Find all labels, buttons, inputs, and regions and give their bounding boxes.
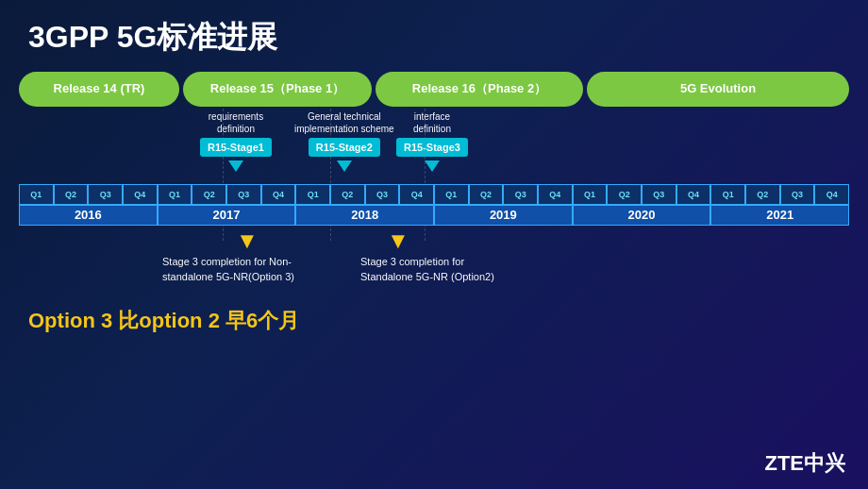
quarter-2018-Q3: Q3 [365, 184, 400, 205]
quarter-2021-Q2: Q2 [745, 184, 780, 205]
quarter-2018-Q1: Q1 [295, 184, 330, 205]
year-label-2019: 2019 [434, 205, 573, 226]
year-label-2020: 2020 [573, 205, 711, 226]
stage3-annotation: interfacedefinition R15-Stage3 [396, 110, 468, 172]
quarter-2016-Q3: Q3 [88, 184, 123, 205]
phases-row: Release 14 (TR) Release 15（Phase 1） Rele… [0, 72, 868, 107]
quarter-2016-Q1: Q1 [19, 184, 54, 205]
quarter-2018-Q2: Q2 [330, 184, 365, 205]
quarter-2020-Q4: Q4 [676, 184, 711, 205]
year-label-2018: 2018 [295, 205, 434, 226]
quarter-2020-Q3: Q3 [642, 184, 676, 205]
phase-r14: Release 14 (TR) [19, 72, 179, 107]
year-label-2021: 2021 [710, 205, 849, 226]
quarter-2019-Q1: Q1 [434, 184, 469, 205]
year-label-2016: 2016 [19, 205, 158, 226]
phase-5g: 5G Evolution [587, 72, 849, 107]
quarter-2016-Q2: Q2 [54, 184, 89, 205]
year-block-2021: Q1Q2Q3Q42021 [710, 184, 849, 226]
yellow-arrow-2: ▼ [387, 228, 409, 254]
year-block-2020: Q1Q2Q3Q42020 [573, 184, 711, 226]
quarter-2018-Q4: Q4 [399, 184, 434, 205]
zte-logo: ZTE中兴 [764, 449, 845, 478]
year-block-2018: Q1Q2Q3Q42018 [295, 184, 434, 226]
quarter-2020-Q1: Q1 [573, 184, 608, 205]
quarter-2017-Q4: Q4 [261, 184, 296, 205]
quarter-2020-Q2: Q2 [607, 184, 642, 205]
quarter-2017-Q1: Q1 [158, 184, 192, 205]
year-block-2019: Q1Q2Q3Q42019 [434, 184, 573, 226]
stage1-annotation: requirementsdefinition R15-Stage1 [200, 110, 272, 172]
quarter-2017-Q2: Q2 [192, 184, 226, 205]
quarter-2019-Q2: Q2 [469, 184, 504, 205]
year-block-2017: Q1Q2Q3Q42017 [158, 184, 296, 226]
quarter-2017-Q3: Q3 [226, 184, 261, 205]
quarter-2019-Q4: Q4 [538, 184, 573, 205]
bottom-note-1: Stage 3 completion for Non-standalone 5G… [162, 254, 294, 285]
stage2-annotation: General technicalimplementation scheme R… [294, 110, 394, 172]
year-label-2017: 2017 [158, 205, 296, 226]
phase-r16: Release 16（Phase 2） [376, 72, 583, 107]
phase-r15: Release 15（Phase 1） [183, 72, 372, 107]
quarter-2019-Q3: Q3 [503, 184, 538, 205]
r15-stage1-badge: R15-Stage1 [200, 138, 272, 157]
title: 3GPP 5G标准进展 [0, 0, 868, 68]
option-text: Option 3 比option 2 早6个月 [0, 303, 868, 335]
quarter-2021-Q1: Q1 [710, 184, 745, 205]
quarter-2021-Q3: Q3 [780, 184, 815, 205]
timeline: Q1Q2Q3Q42016Q1Q2Q3Q42017Q1Q2Q3Q42018Q1Q2… [19, 184, 849, 226]
quarter-2021-Q4: Q4 [814, 184, 849, 205]
yellow-arrow-1: ▼ [236, 228, 259, 254]
bottom-note-2: Stage 3 completion forStandalone 5G-NR (… [360, 254, 494, 285]
quarter-2016-Q4: Q4 [123, 184, 158, 205]
r15-stage2-badge: R15-Stage2 [309, 138, 380, 157]
year-block-2016: Q1Q2Q3Q42016 [19, 184, 158, 226]
r15-stage3-badge: R15-Stage3 [396, 138, 468, 157]
